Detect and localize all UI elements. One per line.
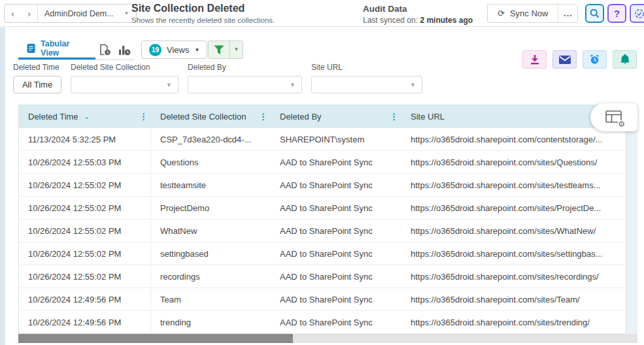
column-chooser-button[interactable]: ⚙ [590,103,637,131]
audit-data-title: Audit Data [363,4,473,14]
alarm-clock-icon [589,54,600,65]
column-menu-icon[interactable]: ⋮ [139,112,148,122]
table-row[interactable]: 10/26/2024 12:55:02 PMsettingbasedAAD to… [19,242,626,265]
table-body: 11/13/2024 5:32:25 PMCSP_7d3ea220-dcd4-.… [19,128,626,334]
filter-options-button[interactable]: ▼ [229,41,243,58]
last-synced-label: Last synced on: [363,16,418,25]
page-title: Site Collection Deleted [131,3,275,14]
audit-table: Deleted Time ⌄ ⋮ Deleted Site Collection… [18,105,626,334]
filter-label: Deleted Site Collection [71,63,178,72]
deleted-time-filter-button[interactable]: All Time [13,76,61,93]
table-cell: Team [151,288,271,310]
filter-button[interactable] [209,41,229,58]
column-menu-icon[interactable]: ⋮ [390,112,398,122]
deleted-site-collection-select[interactable]: ▼ [71,76,178,93]
sync-now-label: Sync Now [510,8,549,18]
column-header-deleted-by[interactable]: Deleted By ⋮ [271,105,401,128]
column-label: Site URL [411,112,445,122]
mail-icon [559,56,571,64]
document-icon [27,43,35,54]
search-icon [590,8,600,18]
app-header: ‹ › AdminDroid Dem... ▼ Site Collection … [0,0,644,27]
column-menu-icon[interactable]: ⋮ [259,112,267,122]
chevron-down-icon: ▼ [290,82,296,88]
search-button[interactable] [585,4,604,23]
bell-icon [620,54,630,65]
filter-deleted-site-collection: Deleted Site Collection ▼ [71,63,178,93]
vertical-scroll-area[interactable] [626,105,637,334]
chevron-right-icon: › [27,8,31,19]
table-row[interactable]: 10/26/2024 12:55:02 PMWhatNewAAD to Shar… [19,220,626,242]
filter-site-url: Site URL ▼ [311,63,422,93]
schedule-button[interactable] [583,50,607,69]
table-cell: testteamsite [151,174,271,196]
table-row[interactable]: 11/13/2024 5:32:25 PMCSP_7d3ea220-dcd4-.… [19,128,626,151]
report-nav-group: ‹ › AdminDroid Dem... ▼ [4,4,137,23]
views-label: Views [167,45,189,55]
filter-label: Site URL [311,63,422,72]
filter-split-button: ▼ [208,41,243,59]
summary-view-button[interactable] [95,39,115,59]
filter-deleted-time: Deleted Time All Time [13,63,61,93]
question-mark-icon: ? [614,8,620,19]
table-cell: 10/26/2024 12:55:02 PM [19,220,151,242]
alerts-button[interactable] [613,50,637,69]
chevron-down-icon: ▼ [166,82,172,88]
audit-history-button[interactable] [630,4,644,23]
table-cell: trending [151,311,271,333]
download-button[interactable] [522,50,547,69]
help-button[interactable]: ? [607,4,626,23]
sync-now-button[interactable]: ⟳ Sync Now [488,5,558,22]
column-settings-icon: ⚙ [605,110,622,125]
deleted-by-select[interactable]: ▼ [188,76,302,93]
table-cell: 10/26/2024 12:49:56 PM [19,311,151,333]
column-header-deleted-time[interactable]: Deleted Time ⌄ ⋮ [19,105,151,128]
graphical-view-button[interactable] [115,39,135,59]
site-url-select[interactable]: ▼ [311,76,422,93]
refresh-icon: ⟳ [498,8,505,18]
horizontal-scrollbar-thumb[interactable] [18,334,293,343]
table-cell: AAD to SharePoint Sync [271,174,401,196]
email-button[interactable] [552,50,577,69]
table-row[interactable]: 10/26/2024 12:55:02 PMProjectDemoAAD to … [19,197,626,220]
download-icon [530,54,540,65]
views-dropdown-button[interactable]: 19 Views ▼ [141,41,207,59]
table-header-row: Deleted Time ⌄ ⋮ Deleted Site Collection… [19,105,626,128]
table-row[interactable]: 10/26/2024 12:49:56 PMTeamAAD to SharePo… [19,288,626,311]
table-row[interactable]: 10/26/2024 12:55:02 PMrecordingsAAD to S… [19,265,626,288]
chevron-down-icon: ▼ [410,82,416,88]
table-row[interactable]: 10/26/2024 12:55:02 PMtestteamsiteAAD to… [19,174,626,197]
table-cell: https://o365droid.sharepoint.com/sites/T… [401,288,626,310]
table-cell: https://o365droid.sharepoint.com/sites/s… [401,242,626,265]
sort-descending-icon: ⌄ [84,113,90,120]
table-cell: AAD to SharePoint Sync [271,220,401,242]
table-row[interactable]: 10/26/2024 12:49:56 PMtrendingAAD to Sha… [19,311,626,334]
tab-tabular-view[interactable]: Tabular View [18,39,95,59]
table-cell: settingbased [151,242,271,265]
table-cell: https://o365droid.sharepoint.com/sites/P… [401,197,626,219]
forward-button[interactable]: › [21,5,37,22]
column-header-deleted-site-collection[interactable]: Deleted Site Collection ⋮ [151,105,271,128]
chevron-down-icon: ▼ [234,47,239,52]
left-gutter [0,27,5,345]
back-button[interactable]: ‹ [5,5,21,22]
filter-row: Deleted Time All Time Deleted Site Colle… [13,63,422,93]
chevron-down-icon: ▼ [124,11,129,16]
more-options-button[interactable]: ... [558,5,577,22]
table-cell: https://o365droid.sharepoint.com/sites/t… [401,311,626,333]
clock-check-icon [634,8,644,19]
horizontal-scrollbar-track[interactable] [18,334,637,343]
table-cell: 10/26/2024 12:55:02 PM [19,242,151,265]
chevron-left-icon: ‹ [11,8,14,19]
table-cell: https://o365droid.sharepoint.com/sites/r… [401,265,626,288]
table-cell: AAD to SharePoint Sync [271,265,401,288]
report-selector-dropdown[interactable]: AdminDroid Dem... ▼ [37,5,136,22]
table-cell: https://o365droid.sharepoint.com/sites/W… [401,220,626,242]
table-cell: 10/26/2024 12:49:56 PM [19,288,151,310]
funnel-icon [214,45,224,55]
filter-label: Deleted Time [13,63,61,72]
views-count-badge: 19 [149,44,161,56]
report-clock-icon [99,44,111,56]
table-cell: 10/26/2024 12:55:02 PM [19,197,151,219]
table-row[interactable]: 10/26/2024 12:55:03 PMQuestionsAAD to Sh… [19,151,626,174]
